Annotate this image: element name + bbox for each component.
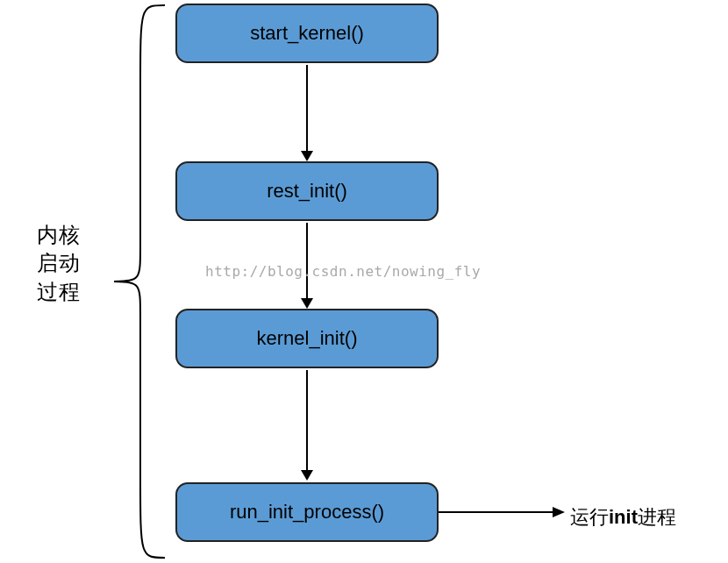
brace-label-line3: 过程 (37, 280, 81, 303)
svg-marker-1 (553, 507, 565, 517)
run-init-label-prefix: 运行 (570, 506, 609, 528)
flow-box-label: start_kernel() (250, 22, 364, 45)
brace-label-line2: 启动 (37, 251, 81, 274)
run-init-label: 运行init进程 (565, 502, 682, 532)
flow-box-label: run_init_process() (230, 501, 384, 524)
arrow-3-head (301, 470, 313, 481)
flow-box-kernel-init: kernel_init() (175, 309, 439, 368)
arrow-2-line (306, 223, 308, 298)
arrow-2-head (301, 298, 313, 309)
run-init-label-suffix: 进程 (638, 506, 676, 528)
curly-brace (105, 0, 175, 563)
arrow-1-head (301, 151, 313, 161)
arrow-to-label (439, 505, 570, 523)
flow-box-start-kernel: start_kernel() (175, 4, 439, 63)
flow-box-run-init-process: run_init_process() (175, 482, 439, 542)
brace-label: 内核 启动 过程 (19, 221, 98, 306)
arrow-1-line (306, 65, 308, 151)
flow-box-label: kernel_init() (257, 327, 358, 350)
flow-box-label: rest_init() (267, 180, 347, 203)
flow-box-rest-init: rest_init() (175, 161, 439, 221)
brace-label-line1: 内核 (37, 223, 81, 246)
arrow-3-line (306, 370, 308, 470)
run-init-label-bold: init (609, 506, 638, 528)
watermark-text: http://blog.csdn.net/nowing_fly (205, 263, 481, 280)
